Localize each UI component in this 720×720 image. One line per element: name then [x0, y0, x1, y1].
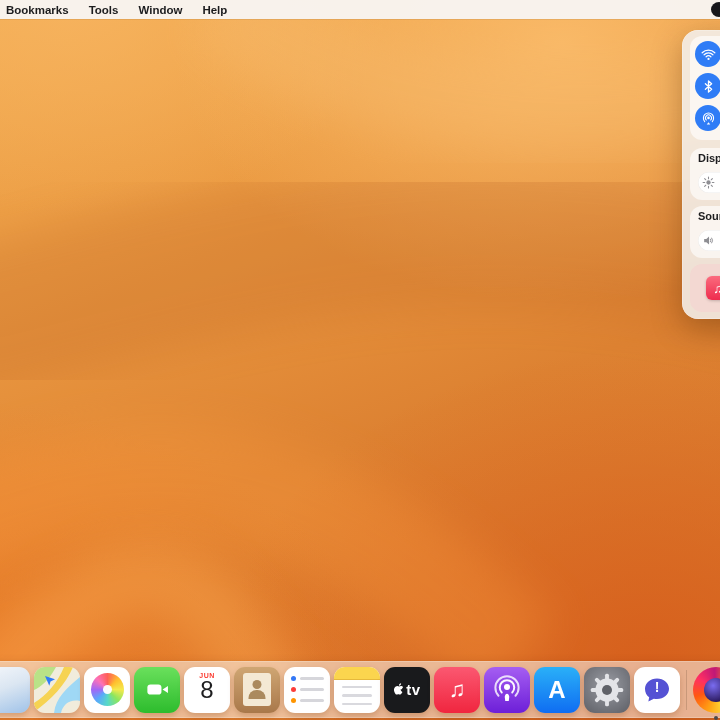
reminder-row — [291, 687, 330, 692]
notes-line — [342, 703, 372, 706]
sound-volume-slider[interactable] — [698, 230, 720, 251]
calendar-app-icon[interactable]: JUN 8 — [184, 667, 230, 713]
desktop-wallpaper — [0, 0, 720, 720]
menu-item-tools[interactable]: Tools — [89, 4, 119, 16]
line — [300, 688, 324, 691]
menu-bar: Bookmarks Tools Window Help — [0, 0, 720, 19]
reminder-row — [291, 676, 330, 681]
reminder-row — [291, 698, 330, 703]
photos-center-dot — [103, 685, 112, 694]
partial-app-icon[interactable] — [0, 667, 30, 713]
firefox-app-icon[interactable] — [693, 667, 720, 713]
calendar-day-label: 8 — [184, 678, 230, 702]
display-brightness-slider[interactable] — [698, 172, 720, 193]
red-dot — [291, 687, 296, 692]
tv-label: tv — [406, 681, 420, 698]
blue-dot — [291, 676, 296, 681]
notes-line — [342, 694, 372, 697]
firefox-globe-core — [704, 678, 720, 702]
maps-app-icon[interactable] — [34, 667, 80, 713]
app-store-letter: A — [548, 676, 565, 704]
menu-item-window[interactable]: Window — [138, 4, 182, 16]
photos-app-icon[interactable] — [84, 667, 130, 713]
line — [300, 699, 324, 702]
music-module: ♫ — [690, 264, 720, 312]
music-app-icon[interactable]: ♫ — [434, 667, 480, 713]
bluetooth-toggle[interactable] — [695, 73, 720, 99]
video-camera-icon — [144, 676, 171, 703]
menubar-status-icon[interactable] — [711, 2, 720, 17]
facetime-app-icon[interactable] — [134, 667, 180, 713]
wifi-toggle[interactable] — [695, 41, 720, 67]
sound-label: Sound — [698, 210, 720, 222]
airdrop-icon — [701, 111, 716, 126]
music-note-icon: ♫ — [713, 281, 720, 296]
app-store-app-icon[interactable]: A — [534, 667, 580, 713]
feedback-assistant-app-icon[interactable]: ! — [634, 667, 680, 713]
menu-item-bookmarks[interactable]: Bookmarks — [6, 4, 69, 16]
contact-card-icon — [243, 673, 271, 706]
display-label: Display — [698, 152, 720, 164]
notes-line — [342, 686, 372, 689]
orange-dot — [291, 698, 296, 703]
display-module: Display — [690, 148, 720, 200]
contacts-app-icon[interactable] — [234, 667, 280, 713]
wifi-icon — [701, 47, 716, 62]
brightness-sun-icon — [702, 176, 715, 189]
dock-divider — [686, 670, 687, 710]
menu-item-help[interactable]: Help — [202, 4, 227, 16]
music-album-icon[interactable]: ♫ — [706, 276, 720, 300]
music-note-icon: ♫ — [449, 677, 466, 703]
notes-app-icon[interactable] — [334, 667, 380, 713]
system-settings-app-icon[interactable] — [584, 667, 630, 713]
speaker-icon — [702, 234, 715, 247]
control-center-panel: Display Sound ♫ — [682, 30, 720, 319]
dock: JUN 8 tv ♫ A — [0, 661, 720, 718]
speech-bubble-icon: ! — [643, 676, 671, 704]
exclamation-mark: ! — [643, 679, 671, 695]
podcasts-person-icon — [492, 675, 522, 705]
gear-icon — [590, 673, 624, 707]
contact-head-silhouette — [253, 680, 262, 689]
running-indicator-dot — [714, 716, 718, 720]
tv-app-icon[interactable]: tv — [384, 667, 430, 713]
line — [300, 677, 324, 680]
sound-module: Sound — [690, 206, 720, 258]
maps-icon — [34, 667, 80, 713]
airdrop-toggle[interactable] — [695, 105, 720, 131]
reminders-app-icon[interactable] — [284, 667, 330, 713]
connectivity-module — [690, 36, 720, 140]
wallpaper-swoosh — [0, 0, 720, 720]
podcasts-app-icon[interactable] — [484, 667, 530, 713]
contact-body-silhouette — [249, 690, 266, 699]
bluetooth-icon — [701, 79, 716, 94]
notes-yellow-header — [334, 667, 380, 680]
apple-logo-icon — [393, 682, 404, 695]
